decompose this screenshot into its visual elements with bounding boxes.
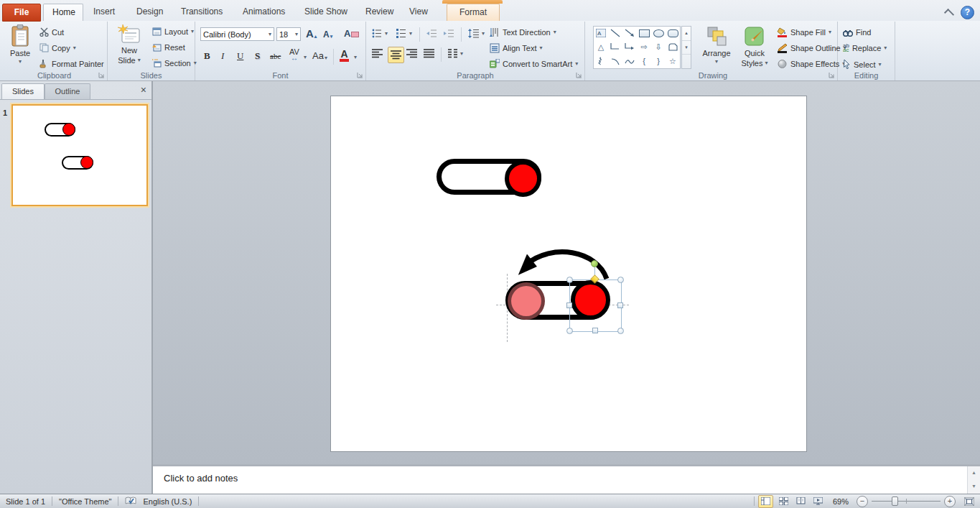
select-dropdown-icon[interactable]: ▾ <box>879 62 882 68</box>
line-spacing-dropdown-icon[interactable]: ▾ <box>482 31 485 37</box>
selection-handle-top-left[interactable] <box>566 277 573 283</box>
copy-button[interactable]: Copy ▾ <box>39 43 76 52</box>
convert-smartart-button[interactable]: Convert to SmartArt ▾ <box>490 59 578 69</box>
shape-elbow-arrow-connector[interactable] <box>622 40 637 55</box>
copy-dropdown-icon[interactable]: ▾ <box>73 45 76 51</box>
rotation-handle[interactable] <box>591 260 598 267</box>
align-left-button[interactable] <box>372 49 383 58</box>
font-dialog-launcher-icon[interactable] <box>356 71 364 79</box>
italic-button[interactable]: I <box>221 50 224 62</box>
arrange-dropdown-icon[interactable]: ▾ <box>715 59 718 65</box>
strikethrough-button[interactable]: abc <box>270 52 281 60</box>
tab-insert[interactable]: Insert <box>85 4 123 20</box>
text-direction-button[interactable]: Text Direction ▾ <box>490 27 556 37</box>
font-size-combo[interactable]: 18 ▾ <box>276 27 301 41</box>
selection-handle-bottom-left[interactable] <box>566 328 573 334</box>
slide-canvas[interactable] <box>330 96 807 452</box>
align-text-dropdown-icon[interactable]: ▾ <box>540 45 543 51</box>
toggle-shape-1-knob[interactable] <box>505 160 541 197</box>
outline-tab[interactable]: Outline <box>45 83 90 99</box>
quick-styles-button[interactable]: Quick Styles▾ <box>737 26 772 68</box>
spellcheck-icon[interactable] <box>125 497 136 506</box>
tab-file[interactable]: File <box>2 4 41 22</box>
text-shadow-button[interactable]: S <box>255 50 260 62</box>
shape-gallery-scroll-up-icon[interactable]: ▴ <box>682 27 691 41</box>
align-text-button[interactable]: Align Text ▾ <box>490 43 543 53</box>
bullets-button[interactable]: ▾ <box>372 29 388 38</box>
new-slide-button[interactable]: New Slide▾ <box>111 24 147 65</box>
tab-slide-show[interactable]: Slide Show <box>296 4 356 20</box>
slideshow-view-button[interactable] <box>811 496 825 507</box>
paste-dropdown-icon[interactable]: ▾ <box>19 59 22 65</box>
fit-to-window-icon[interactable] <box>962 496 976 507</box>
tab-home[interactable]: Home <box>43 4 83 21</box>
shape-arrow[interactable] <box>622 27 637 40</box>
selection-handle-mid-right[interactable] <box>617 303 623 308</box>
shape-right-brace[interactable]: } <box>651 54 666 68</box>
layout-button[interactable]: Layout ▾ <box>152 27 194 36</box>
bold-button[interactable]: B <box>204 50 210 62</box>
tab-format[interactable]: Format <box>447 4 500 21</box>
paste-button[interactable]: Paste ▾ <box>4 24 36 65</box>
shape-down-arrow[interactable]: ⇩ <box>651 40 666 55</box>
notes-pane[interactable]: Click to add notes ▴ ▾ <box>153 466 980 494</box>
font-name-combo[interactable]: Calibri (Body) ▾ <box>200 27 274 41</box>
zoom-out-icon[interactable]: − <box>857 496 868 507</box>
quick-styles-dropdown-icon[interactable]: ▾ <box>765 60 767 66</box>
theme-name[interactable]: "Office Theme" <box>59 497 111 506</box>
selection-handle-bottom-right[interactable] <box>617 328 624 334</box>
columns-dropdown-icon[interactable]: ▾ <box>460 51 463 57</box>
tab-transitions[interactable]: Transitions <box>172 4 231 20</box>
shape-rounded-rectangle[interactable] <box>666 27 680 40</box>
selection-handle-mid-left[interactable] <box>566 303 572 308</box>
shape-fill-dropdown-icon[interactable]: ▾ <box>829 29 831 35</box>
increase-indent-button[interactable] <box>444 29 454 38</box>
shape-right-arrow[interactable]: ⇨ <box>637 40 651 55</box>
shape-snip-rectangle[interactable] <box>666 40 680 55</box>
align-center-button[interactable] <box>388 47 404 63</box>
columns-button[interactable]: ▾ <box>447 49 463 58</box>
shape-star[interactable]: ☆ <box>666 54 680 68</box>
change-case-dropdown-icon[interactable]: ▾ <box>325 55 327 61</box>
shape-oval[interactable] <box>651 27 666 40</box>
paragraph-dialog-launcher-icon[interactable] <box>575 71 583 79</box>
normal-view-button[interactable] <box>758 495 773 508</box>
slide-thumbnail[interactable] <box>11 104 148 206</box>
arrange-button[interactable]: Arrange ▾ <box>698 26 735 65</box>
shape-triangle[interactable]: △ <box>594 40 608 55</box>
language-indicator[interactable]: English (U.S.) <box>143 497 192 506</box>
line-spacing-button[interactable]: ▾ <box>468 29 485 38</box>
zoom-slider-thumb[interactable] <box>892 497 898 506</box>
underline-button[interactable]: U <box>237 50 243 62</box>
zoom-slider-track[interactable] <box>872 501 941 502</box>
shape-curve[interactable] <box>622 54 637 68</box>
drawing-dialog-launcher-icon[interactable] <box>828 71 836 79</box>
grow-font-button[interactable]: A▴ <box>306 27 317 40</box>
change-case-button[interactable]: Aa ▾ <box>312 50 327 61</box>
shrink-font-button[interactable]: A▾ <box>323 29 332 40</box>
shape-textbox[interactable]: A <box>594 27 608 40</box>
bullets-dropdown-icon[interactable]: ▾ <box>385 31 388 37</box>
selection-handle-top-right[interactable] <box>617 277 624 283</box>
format-painter-button[interactable]: Format Painter <box>39 59 104 68</box>
tab-view[interactable]: View <box>401 4 437 20</box>
cut-button[interactable]: Cut <box>39 27 64 37</box>
help-icon[interactable]: ? <box>961 6 974 19</box>
replace-button[interactable]: abac Replace ▾ <box>843 44 887 52</box>
text-direction-dropdown-icon[interactable]: ▾ <box>554 29 556 35</box>
slides-tab[interactable]: Slides <box>1 83 45 99</box>
toggle-shape-2-knob-faded[interactable] <box>508 282 545 320</box>
replace-dropdown-icon[interactable]: ▾ <box>884 45 887 51</box>
selection-handle-mid-bottom[interactable] <box>592 328 598 333</box>
convert-smartart-dropdown-icon[interactable]: ▾ <box>575 61 578 67</box>
layout-dropdown-icon[interactable]: ▾ <box>191 29 194 34</box>
zoom-percentage[interactable]: 69% <box>833 497 849 506</box>
reading-view-button[interactable] <box>794 496 808 507</box>
shape-outline-button[interactable]: Shape Outline ▾ <box>777 43 846 53</box>
font-color-button[interactable]: A <box>340 50 349 62</box>
character-spacing-button[interactable]: AV ↔ <box>289 49 299 61</box>
zoom-in-icon[interactable]: + <box>944 496 956 507</box>
slide-counter[interactable]: Slide 1 of 1 <box>6 497 45 506</box>
tab-review[interactable]: Review <box>357 4 402 20</box>
shape-effects-button[interactable]: Shape Effects ▾ <box>777 59 845 69</box>
